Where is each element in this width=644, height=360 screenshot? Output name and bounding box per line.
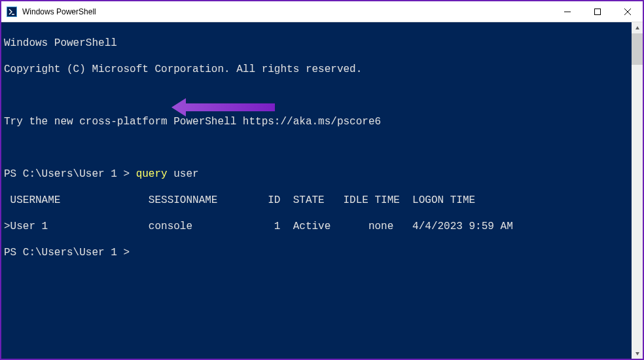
svg-marker-6 [635,352,639,355]
command-query: query [136,168,168,180]
blank-line [4,89,632,102]
maximize-button[interactable] [582,1,613,22]
client-area: Windows PowerShell Copyright (C) Microso… [1,22,643,359]
scroll-up-button[interactable] [632,22,643,33]
powershell-window: Windows PowerShell Windows PowerShell Co… [1,1,643,359]
svg-rect-1 [595,9,601,14]
prompt-path: PS C:\Users\User 1 > [4,168,136,180]
terminal-output[interactable]: Windows PowerShell Copyright (C) Microso… [1,22,632,359]
table-row: >User 1 console 1 Active none 4/4/2023 9… [4,220,632,233]
vertical-scrollbar[interactable] [632,22,643,359]
window-title: Windows PowerShell [22,7,96,16]
table-header: USERNAME SESSIONNAME ID STATE IDLE TIME … [4,194,632,207]
prompt-line-2: PS C:\Users\User 1 > [4,246,632,259]
scroll-down-button[interactable] [632,348,643,359]
prompt-line-1: PS C:\Users\User 1 > query user [4,168,632,181]
close-button[interactable] [613,1,643,22]
scroll-thumb[interactable] [632,33,643,65]
svg-marker-5 [635,26,639,29]
blank-line [4,141,632,154]
titlebar[interactable]: Windows PowerShell [1,1,643,22]
header-line-1: Windows PowerShell [4,37,632,50]
header-line-2: Copyright (C) Microsoft Corporation. All… [4,63,632,76]
command-user: user [168,168,199,180]
powershell-icon [7,7,17,17]
minimize-button[interactable] [552,1,582,22]
try-message: Try the new cross-platform PowerShell ht… [4,115,632,128]
